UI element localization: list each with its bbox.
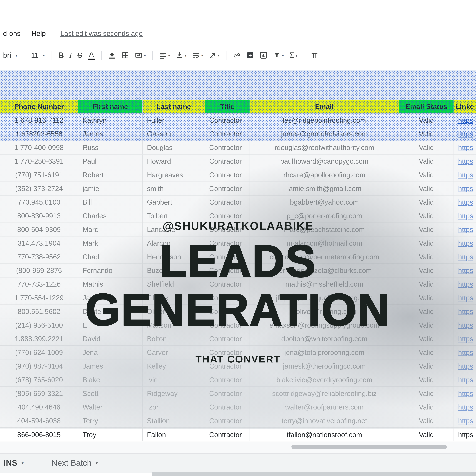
cell-last-name[interactable]: Lancaster <box>143 223 205 237</box>
horizontal-scrollbar[interactable] <box>0 442 476 454</box>
cell-title[interactable]: Contractor <box>205 305 250 319</box>
cell-email-status[interactable]: Valid <box>399 332 454 346</box>
cell-phone[interactable]: (214) 956-5100 <box>0 319 78 332</box>
cell-phone[interactable]: 1.888.399.2221 <box>0 332 78 346</box>
cell-email-status[interactable]: Valid <box>399 209 454 223</box>
cell-email-status[interactable]: Valid <box>399 237 454 250</box>
column-header[interactable]: Phone Number <box>0 100 78 114</box>
cell-email[interactable]: chenderson@perimeterroofing.com <box>250 250 399 264</box>
cell-title[interactable]: Contractor <box>205 277 250 291</box>
cell-first-name[interactable]: Russ <box>78 141 143 154</box>
cell-email[interactable]: p_c@porter-roofing.com <box>250 209 399 223</box>
cell-email[interactable]: mathis@mssheffield.com <box>250 277 399 291</box>
cell-email-status[interactable]: Valid <box>399 114 454 127</box>
cell-phone[interactable]: 866-906-8015 <box>0 428 78 441</box>
cell-title[interactable]: Contractor <box>205 141 250 154</box>
cell-linkedin-link[interactable]: https <box>454 414 476 428</box>
cell-phone[interactable]: (678) 765-6020 <box>0 373 78 387</box>
cell-title[interactable]: Contractor <box>205 250 250 264</box>
cell-email-status[interactable]: Valid <box>399 141 454 154</box>
menu-item-addons[interactable]: d-ons <box>3 29 21 37</box>
cell-phone[interactable]: (352) 373-2724 <box>0 182 78 196</box>
cell-last-name[interactable]: Henderson <box>143 250 205 264</box>
cell-phone[interactable]: (770) 751-6191 <box>0 168 78 182</box>
cell-linkedin-link[interactable]: https <box>454 291 476 305</box>
cell-email-status[interactable]: Valid <box>399 428 454 441</box>
last-edit-status[interactable]: Last edit was seconds ago <box>60 29 143 37</box>
cell-last-name[interactable]: Hargreaves <box>143 168 205 182</box>
cell-linkedin-link[interactable]: https <box>454 168 476 182</box>
cell-last-name[interactable]: Alarcon <box>143 237 205 250</box>
cell-linkedin-link[interactable]: https <box>454 223 476 237</box>
cell-phone[interactable]: 770.945.0100 <box>0 196 78 209</box>
scrollbar-thumb[interactable] <box>291 445 447 449</box>
cell-title[interactable]: Contractor <box>205 291 250 305</box>
cell-title[interactable]: Contractor <box>205 114 250 127</box>
column-letter-cell[interactable] <box>399 70 454 100</box>
cell-last-name[interactable]: smith <box>143 182 205 196</box>
cell-last-name[interactable]: Ivie <box>143 373 205 387</box>
cell-email[interactable]: blake.ivie@everdryroofing.com <box>250 373 399 387</box>
cell-email-status[interactable]: Valid <box>399 250 454 264</box>
cell-phone[interactable]: (805) 669-3321 <box>0 387 78 400</box>
cell-linkedin-link[interactable]: https <box>454 237 476 250</box>
font-size-select[interactable]: 11 ▾ <box>28 51 48 60</box>
cell-email[interactable]: dbolton@whitcoroofing.com <box>250 332 399 346</box>
cell-email-status[interactable]: Valid <box>399 291 454 305</box>
insert-comment-button[interactable] <box>243 49 257 62</box>
cell-last-name[interactable]: Fallon <box>143 428 205 441</box>
cell-first-name[interactable]: Mathis <box>78 277 143 291</box>
cell-phone[interactable]: 770-783-1226 <box>0 277 78 291</box>
cell-title[interactable]: Contractor <box>205 400 250 414</box>
sheet-tab-ins[interactable]: INS ▾ <box>4 459 24 468</box>
cell-email-status[interactable]: Valid <box>399 373 454 387</box>
merge-cells-button[interactable]: ▾ <box>132 49 149 62</box>
cell-title[interactable]: Contractor <box>205 332 250 346</box>
cell-phone[interactable]: 1 770-554-1229 <box>0 291 78 305</box>
cell-linkedin-link[interactable]: https <box>454 264 476 277</box>
cell-phone[interactable]: 800-604-9309 <box>0 223 78 237</box>
cell-title[interactable]: Contractor <box>205 264 250 277</box>
cell-last-name[interactable]: Gabbert <box>143 196 205 209</box>
cell-title[interactable]: Contractor <box>205 223 250 237</box>
cell-phone[interactable]: 404.490.4646 <box>0 400 78 414</box>
italic-button[interactable]: I <box>67 49 75 62</box>
cell-email[interactable]: m-alarcon@hotmail.com <box>250 237 399 250</box>
column-letter-cell[interactable] <box>454 70 476 100</box>
cell-last-name[interactable]: Oliver <box>143 305 205 319</box>
cell-last-name[interactable]: Fuller <box>143 114 205 127</box>
cell-email[interactable]: scottridgeway@reliableroofing.biz <box>250 387 399 400</box>
cell-last-name[interactable]: Gasson <box>143 127 205 141</box>
cell-title[interactable]: Contractor <box>205 428 250 441</box>
cell-first-name[interactable]: Paul <box>78 154 143 168</box>
column-header[interactable]: Email <box>250 100 399 114</box>
cell-linkedin-link[interactable]: https <box>454 209 476 223</box>
cell-email[interactable]: bgabbert@yahoo.com <box>250 196 399 209</box>
cell-email[interactable]: fernando.buzeta@clburks.com <box>250 264 399 277</box>
cell-first-name[interactable]: Kathryn <box>78 114 143 127</box>
text-wrap-button[interactable]: ▾ <box>189 49 206 62</box>
borders-button[interactable] <box>119 49 132 62</box>
text-rotation-button[interactable]: ▾ <box>206 49 222 62</box>
cell-last-name[interactable]: Stallion <box>143 414 205 428</box>
cell-first-name[interactable]: Mark <box>78 237 143 250</box>
cell-email-status[interactable]: Valid <box>399 196 454 209</box>
cell-email-status[interactable]: Valid <box>399 277 454 291</box>
cell-first-name[interactable]: Fernando <box>78 264 143 277</box>
cell-first-name[interactable]: jamie <box>78 182 143 196</box>
cell-last-name[interactable]: Douglas <box>143 141 205 154</box>
column-header[interactable]: Title <box>205 100 250 114</box>
cell-title[interactable]: Contractor <box>205 209 250 223</box>
column-letter-cell[interactable] <box>78 70 143 100</box>
cell-email-status[interactable]: Valid <box>399 359 454 373</box>
cell-first-name[interactable]: Robert <box>78 168 143 182</box>
column-header[interactable]: First name <box>78 100 143 114</box>
cell-email[interactable]: jfilipiak@truequalityroofing.com <box>250 291 399 305</box>
cell-email-status[interactable]: Valid <box>399 223 454 237</box>
cell-linkedin-link[interactable]: https <box>454 196 476 209</box>
cell-linkedin-link[interactable]: https <box>454 346 476 359</box>
cell-first-name[interactable]: James <box>78 359 143 373</box>
vertical-align-button[interactable]: ▾ <box>173 49 189 62</box>
insert-link-button[interactable] <box>230 49 243 62</box>
cell-first-name[interactable]: Scott <box>78 387 143 400</box>
